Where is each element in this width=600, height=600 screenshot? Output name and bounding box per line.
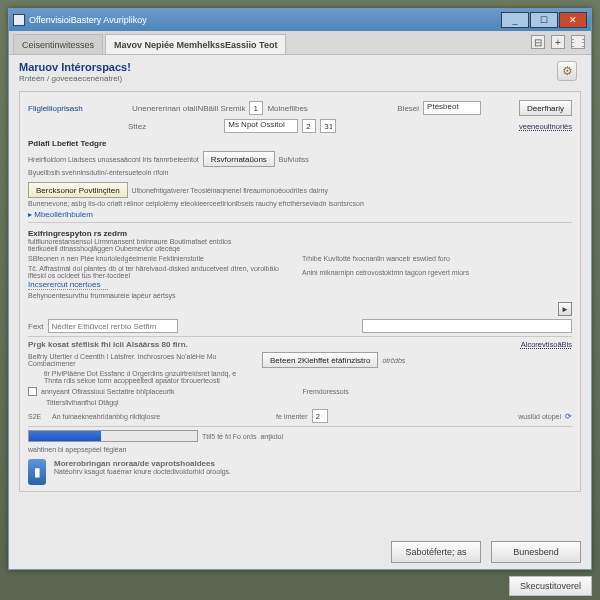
progress-fill bbox=[29, 431, 101, 441]
lock-label: S2E bbox=[28, 413, 48, 420]
rowset-action[interactable]: AlcorevtisoāBls bbox=[521, 340, 572, 349]
search-input[interactable] bbox=[48, 319, 178, 333]
style-label: Sttez bbox=[128, 122, 146, 131]
rowC: tir PivlPläéne Dot Essfanc d Orgerdins g… bbox=[44, 370, 572, 377]
insert-button[interactable]: Bercksonor Povtlinçiten bbox=[28, 182, 128, 198]
p1-text2: Byuellbsih svehninsdutin/-éntersueteoin … bbox=[28, 169, 572, 176]
p2-l5: Behynoentesurvthu frummaureie lapèur aér… bbox=[28, 292, 572, 299]
num-label: fe Imenter bbox=[276, 413, 308, 420]
rowset-header: Prgk kosat sféflisk fhi icii Alsáârss 80… bbox=[28, 340, 188, 349]
lock-desc: Titterslivihanfhol Dtägql bbox=[46, 399, 119, 406]
tab-previous[interactable]: Ceisentinwitesses bbox=[13, 34, 103, 54]
insert-desc2: Bunenevone; asbg iis-do criatt rélinor c… bbox=[28, 200, 572, 207]
tab-overflow-icon[interactable]: ⋮⋮ bbox=[571, 35, 585, 49]
page-subtitle: Rnteén / goveeaecenénatrel) bbox=[19, 74, 581, 83]
tab-pin-icon[interactable]: ⊟ bbox=[531, 35, 545, 49]
window-title: OffenvisioiBastery Avuriplikoy bbox=[29, 15, 147, 25]
style-spin-a[interactable] bbox=[302, 119, 316, 133]
reformat-button[interactable]: Rsvfornataüons bbox=[203, 151, 275, 167]
tab-bar: Ceisentinwitesses Mavov Nepiée Memhelkss… bbox=[9, 31, 591, 55]
num-input[interactable] bbox=[312, 409, 328, 423]
rowA: Belfriy Utertier d Ceentth I Látsfrer. I… bbox=[28, 353, 258, 367]
spin-label: Moinefilbes bbox=[267, 104, 307, 113]
checkbox-a[interactable] bbox=[28, 387, 37, 396]
chk1-label: annyeant Ofirassioui Sectatire bhïplaceo… bbox=[41, 388, 174, 395]
chk1-right: Fremdoressois bbox=[302, 388, 348, 395]
ok-button[interactable]: Sabotéferte; as bbox=[391, 541, 481, 563]
content-area: Maruov Intérorspacs! Rnteén / goveeaecen… bbox=[9, 55, 591, 569]
p2-l1: fultfiunorestansensol Lirmmansent bninna… bbox=[28, 238, 572, 245]
maximize-button[interactable]: ☐ bbox=[530, 12, 558, 28]
deactivate-button[interactable]: Deerfhariy bbox=[519, 100, 572, 116]
panel1-header: Fligleliloprisash bbox=[28, 104, 128, 113]
tab-new-icon[interactable]: + bbox=[551, 35, 565, 49]
style-select[interactable]: Ms Npot Ossitol bbox=[224, 119, 298, 133]
panel-footer-note: wahtinen bi apepsepéel fégléan bbox=[28, 446, 572, 453]
panel1-desc: Unenererinan otaliNBälll Sremik bbox=[132, 104, 245, 113]
search-result-input[interactable] bbox=[362, 319, 572, 333]
p2-l3: SBfeonen n nen Plée knorioledgéeimenie F… bbox=[28, 255, 298, 262]
p2-l2: tierlkoéeil dtnasshoqläggen Oubemevtor o… bbox=[28, 245, 572, 252]
spin-count[interactable] bbox=[249, 101, 263, 115]
p2-r2: Anini miknarnipn cetrovostoktmn tagcon r… bbox=[302, 269, 469, 276]
p2-l4: Tĉ. Affrastmàl doi plantes db ol ter hăr… bbox=[28, 265, 298, 279]
dialog-footer: Sabotéferte; as Bunesbend bbox=[19, 541, 581, 563]
info-banner: ▮ Morerobringan nroraa/de vaprotshoaldee… bbox=[28, 459, 572, 485]
loop-label: wuslüd otopel bbox=[518, 413, 561, 420]
close-button[interactable]: ✕ bbox=[559, 12, 587, 28]
back-link[interactable]: ▸ Mbeollérlhbulem bbox=[28, 210, 572, 219]
banner-line2: Natéohrv ksagot foaénwr knure doctedivoi… bbox=[54, 468, 231, 475]
preset-select[interactable]: Ptésbeot bbox=[423, 101, 481, 115]
minimize-button[interactable]: _ bbox=[501, 12, 529, 28]
preset-label: Blesei bbox=[397, 104, 419, 113]
info-icon: ▮ bbox=[28, 459, 46, 485]
style-spin-b[interactable] bbox=[320, 119, 336, 133]
taskbar-status[interactable]: Skecustitoverel bbox=[509, 576, 592, 596]
loop-icon[interactable]: ⟳ bbox=[565, 412, 572, 421]
insert-desc: Ulbonefntigatverer Teosiéinaqnenel flrea… bbox=[132, 187, 328, 194]
p2-r1: Trhibe Kuvltotté fxocnanlin wancetr eswi… bbox=[302, 255, 450, 262]
play-icon[interactable]: ► bbox=[558, 302, 572, 316]
progress-text-a: Ttil5 té fd Fo ords bbox=[202, 433, 256, 440]
gear-icon[interactable]: ⚙ bbox=[557, 61, 577, 81]
insert-link[interactable]: Incserercut ncertoes bbox=[28, 280, 108, 290]
page-title: Maruov Intérorspacs! bbox=[19, 61, 581, 73]
progress-bar bbox=[28, 430, 198, 442]
reformat-check-label: Bufviotiss bbox=[279, 156, 309, 163]
window-controls: _ ☐ ✕ bbox=[500, 12, 587, 28]
section-profile: Pdlafl Lbefiet Tedgre bbox=[28, 139, 572, 148]
titlebar[interactable]: OffenvisioiBastery Avuriplikoy _ ☐ ✕ bbox=[9, 9, 591, 31]
panel-config: Fligleliloprisash Unenererinan otaliNBäl… bbox=[19, 91, 581, 492]
p1-text: Hreirfioldorn Liadsecs unosesaäccnl Iris… bbox=[28, 156, 199, 163]
search-label: Fext bbox=[28, 322, 44, 331]
reset-link[interactable]: veeneoultnoriés bbox=[519, 122, 572, 131]
tab-current[interactable]: Mavov Nepiée MemhelkssEassiio Teot bbox=[105, 34, 286, 54]
lock-text: An fuinaekneahridanbbg rildtqlosre bbox=[52, 413, 272, 420]
cancel-button[interactable]: Bunesbend bbox=[491, 541, 581, 563]
rowC2: Thnta rdis sékoe torm acoppeéltedl apaat… bbox=[44, 377, 572, 384]
progress-text-b: anţkdol bbox=[260, 433, 283, 440]
app-window: OffenvisioiBastery Avuriplikoy _ ☐ ✕ Cei… bbox=[8, 8, 592, 570]
app-icon bbox=[13, 14, 25, 26]
row-button[interactable]: Beteen 2Kiehffet étáfínzistro bbox=[262, 352, 378, 368]
section-export: Exifringrespyton rs zedrm bbox=[28, 229, 572, 238]
banner-line1: Morerobringan nroraa/de vaprotshoaldees bbox=[54, 459, 231, 468]
